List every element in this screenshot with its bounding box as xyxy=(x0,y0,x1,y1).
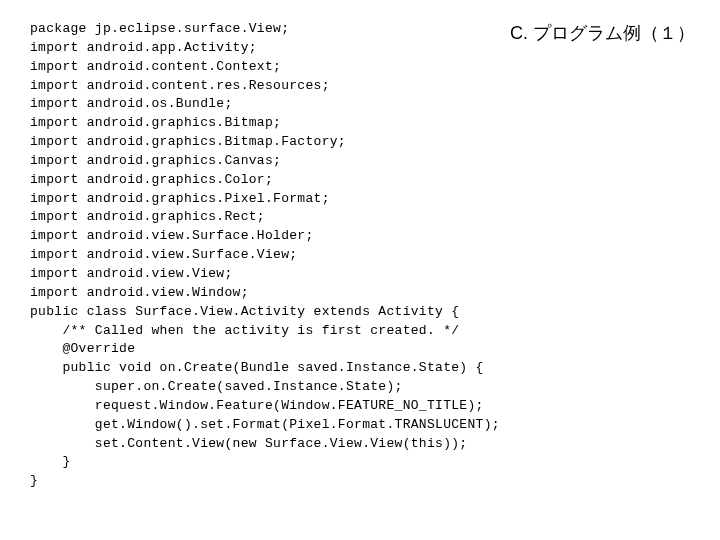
section-heading: C. プログラム例（１） xyxy=(510,20,695,46)
code-block: package jp.eclipse.surface.View; import … xyxy=(30,20,700,491)
